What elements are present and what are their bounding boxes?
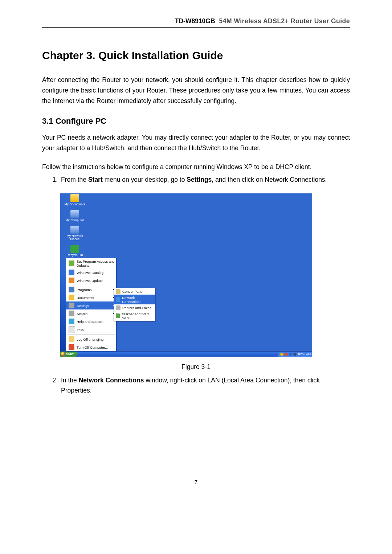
taskbar-icon (116, 313, 120, 318)
tray-icon[interactable] (289, 353, 292, 356)
figure-caption: Figure 3-1 (42, 363, 350, 371)
menu-settings[interactable]: Settings▶ (66, 301, 116, 309)
start-menu-brand-strip: Windows XP Professional (60, 269, 66, 352)
section-3-1-title: 3.1 Configure PC (42, 116, 350, 126)
taskbar: Start 10:59 AM (60, 351, 312, 357)
submenu-network-connections[interactable]: Network Connections (114, 295, 155, 304)
submenu-taskbar-start-menu[interactable]: Taskbar and Start Menu (114, 311, 155, 321)
settings-icon (69, 303, 74, 308)
page-number: 7 (42, 479, 350, 485)
section-paragraph-2: Follow the instructions below to configu… (42, 162, 350, 172)
menu-separator (67, 335, 115, 335)
header-model: TD-W8910GB (175, 17, 215, 25)
recycle-bin-icon (70, 245, 79, 253)
system-tray[interactable]: 10:59 AM (278, 352, 312, 357)
steps-list-continued: In the Network Connections window, right… (42, 375, 350, 395)
start-button[interactable]: Start (60, 352, 77, 357)
tray-icon[interactable] (293, 353, 297, 356)
desktop-my-network-places[interactable]: My Network Places (62, 226, 87, 241)
folder-icon (70, 194, 79, 202)
submenu-control-panel[interactable]: Control Panel (114, 288, 155, 295)
step-2: In the Network Connections window, right… (60, 375, 350, 395)
page-header: TD-W8910GB 54M Wireless ADSL2+ Router Us… (42, 17, 350, 28)
step-1: From the Start menu on your desktop, go … (60, 175, 350, 185)
settings-submenu: Control Panel Network Connections Printe… (114, 288, 155, 321)
search-icon (69, 311, 74, 316)
update-icon (69, 278, 74, 283)
tray-clock: 10:59 AM (298, 352, 311, 356)
menu-programs[interactable]: Programs▶ (66, 286, 116, 294)
figure-3-1: My Documents My Computer My Network Plac… (60, 193, 350, 357)
programs-icon (69, 287, 74, 292)
tray-icon[interactable] (280, 353, 283, 356)
catalog-icon (69, 270, 74, 275)
start-menu: Set Program Access and Defaults Windows … (66, 258, 117, 352)
menu-run[interactable]: Run... (66, 325, 116, 334)
menu-search[interactable]: Search▶ (66, 309, 116, 317)
menu-set-program-access[interactable]: Set Program Access and Defaults (66, 258, 116, 268)
tray-icon[interactable] (285, 353, 288, 356)
menu-separator (67, 285, 115, 285)
section-paragraph-1: Your PC needs a network adapter. You may… (42, 132, 350, 153)
menu-windows-update[interactable]: Windows Update (66, 276, 116, 284)
printer-icon (116, 305, 121, 310)
desktop-my-documents[interactable]: My Documents (62, 194, 87, 206)
control-panel-icon (116, 289, 121, 294)
network-connections-icon (116, 297, 120, 302)
desktop-my-computer[interactable]: My Computer (62, 210, 87, 222)
menu-help-support[interactable]: Help and Support (66, 317, 116, 325)
windows-xp-screenshot: My Documents My Computer My Network Plac… (60, 193, 312, 357)
network-icon (70, 226, 79, 234)
desktop-recycle-bin[interactable]: Recycle Bin (62, 245, 87, 257)
menu-documents[interactable]: Documents▶ (66, 294, 116, 301)
chapter-title: Chapter 3. Quick Installation Guide (42, 49, 350, 62)
logoff-icon (69, 336, 74, 342)
computer-icon (70, 210, 79, 218)
menu-log-off[interactable]: Log Off zhangjing... (66, 335, 116, 343)
help-icon (69, 319, 74, 324)
header-guide-title: 54M Wireless ADSL2+ Router User Guide (219, 17, 350, 25)
documents-icon (69, 295, 74, 300)
submenu-printers-faxes[interactable]: Printers and Faxes (114, 304, 155, 311)
run-icon (69, 327, 75, 333)
steps-list: From the Start menu on your desktop, go … (42, 175, 350, 185)
shutdown-icon (69, 344, 74, 350)
menu-windows-catalog[interactable]: Windows Catalog (66, 268, 116, 276)
program-access-icon (69, 260, 74, 266)
menu-turn-off[interactable]: Turn Off Computer... (66, 343, 116, 351)
intro-paragraph: After connecting the Router to your netw… (42, 75, 350, 106)
